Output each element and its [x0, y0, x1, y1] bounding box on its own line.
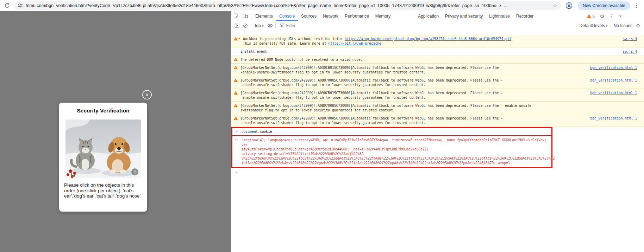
inspect-element-icon[interactable] [231, 12, 240, 21]
device-toolbar-icon[interactable] [240, 12, 250, 21]
console-result: <· 'region=141; language=en; currency=EU… [232, 136, 551, 167]
prompt-chevron-icon: > [235, 170, 237, 174]
security-verification-modal: Security Verification [59, 103, 147, 212]
command-chevron-icon: > [236, 129, 238, 134]
console-message: ! The deferred DOM Node could not be res… [231, 56, 644, 64]
tab-lighthouse[interactable]: Lighthouse [486, 11, 513, 21]
warning-triangle-icon: ! [234, 91, 238, 95]
svg-text:!: ! [235, 58, 236, 61]
bookmark-star-icon[interactable]: ☆ [553, 2, 557, 9]
chevron-down-icon: ▾ [606, 24, 608, 28]
warning-triangle-icon: ! [234, 37, 238, 40]
divider [611, 23, 611, 28]
captcha-instruction: Please click on the objects in this orde… [64, 182, 142, 199]
expand-arrow-icon[interactable]: ▶ [239, 37, 240, 41]
clear-console-icon[interactable] [241, 21, 250, 30]
tab-network[interactable]: Network [320, 11, 342, 21]
warnings-badge[interactable]: ! 6 [587, 14, 595, 18]
tab-recorder[interactable]: Recorder [513, 11, 537, 21]
captcha-refresh-button[interactable] [131, 168, 138, 175]
console-settings-gear-icon[interactable]: ⚙ [634, 23, 642, 28]
svg-text:!: ! [235, 79, 236, 82]
webpage-dimmed-overlay: × Security Verification [0, 11, 231, 252]
svg-text:!: ! [588, 15, 589, 18]
cookie-string-line: 'region=141; language=en; currency=EUR; … [242, 138, 549, 147]
source-link[interactable]: sw.js:4 [623, 49, 637, 54]
tab-application[interactable]: Application [415, 11, 442, 21]
devtools-settings-gear-icon[interactable]: ⚙ [598, 13, 606, 19]
cookie-string-line: ifyAuthToken=Vp1LzczbJte8LpLathVjcA589ef… [242, 147, 549, 156]
devtools-tab-bar: Elements Console Sources Network Perform… [231, 11, 644, 21]
devtools-menu-icon[interactable]: ⋮ [607, 13, 615, 19]
console-message: ! [GroupMarkerNotSet(crbug.com/242999)!:… [231, 89, 644, 102]
chrome-update-button[interactable]: New Chrome available [578, 1, 630, 10]
console-message: ! [GroupMarkerNotSet(crbug.com/242999)!:… [231, 64, 644, 76]
browser-menu-icon[interactable]: ⋮ [634, 2, 639, 9]
warning-triangle-icon: ! [234, 66, 238, 69]
warning-triangle-icon: ! [234, 78, 238, 82]
divider [275, 23, 276, 28]
filter-input[interactable] [286, 23, 364, 28]
tab-performance[interactable]: Performance [342, 11, 372, 21]
modal-title: Security Verification [59, 103, 147, 114]
red-annotation-box: > document.cookie <· 'region=141; langua… [231, 127, 552, 168]
browser-window: temu.com/bgn_verification.html?verifyCod… [0, 0, 644, 252]
console-toolbar: top ▾ Default levels [231, 21, 644, 30]
svg-text:!: ! [235, 38, 236, 40]
cookie-string-line: tblAds%22%3A0%2C%22obAds%22%3A0%2C%22vgA… [242, 161, 549, 165]
result-return-icon: <· [235, 137, 239, 142]
devtools-close-icon[interactable]: × [617, 13, 624, 19]
console-input[interactable]: > [231, 169, 644, 176]
close-icon: × [145, 92, 149, 98]
reload-icon[interactable] [3, 1, 11, 10]
profile-icon[interactable] [565, 2, 573, 9]
warnings-count: 6 [593, 14, 595, 18]
source-link[interactable]: bgn_verification.html:1 [590, 65, 637, 70]
console-command: > document.cookie [232, 128, 551, 136]
issues-status[interactable]: No Issues [614, 23, 632, 28]
tab-memory[interactable]: Memory [372, 11, 394, 21]
svg-text:!: ! [235, 104, 236, 107]
console-message: ! [GroupMarkerNotSet(crbug.com/242999)!:… [231, 76, 644, 89]
svg-text:!: ! [235, 117, 236, 120]
warning-triangle-icon: ! [587, 14, 591, 18]
source-link[interactable]: sw.js:4 [623, 37, 637, 41]
svg-text:!: ! [235, 92, 236, 95]
source-link[interactable]: bgn_verification.html:1 [590, 116, 637, 121]
site-settings-tune-icon[interactable] [18, 3, 23, 8]
source-link[interactable]: bgn_verification.html:1 [590, 91, 637, 95]
filter-funnel-icon [280, 23, 284, 28]
warning-triangle-icon: ! [234, 58, 238, 61]
source-link[interactable]: bgn_verification.html:1 [590, 78, 637, 83]
captcha-image[interactable] [65, 119, 141, 178]
url-bar[interactable]: temu.com/bgn_verification.html?verifyCod… [14, 1, 561, 10]
chevron-down-icon: ▾ [262, 24, 264, 28]
console-sidebar-icon[interactable] [233, 21, 241, 30]
live-expression-eye-icon[interactable] [266, 21, 274, 30]
context-selector[interactable]: top ▾ [255, 23, 264, 28]
filter-box [280, 23, 364, 28]
console-log: ! ▶ Workbox is precaching URLs without r… [231, 30, 644, 176]
console-message: install event sw.js:4 [231, 47, 644, 56]
tab-elements[interactable]: Elements [252, 11, 276, 21]
tab-privacy-and-security[interactable]: Privacy and security [442, 11, 486, 21]
divider [251, 23, 251, 28]
divider [251, 13, 251, 19]
warning-triangle-icon: ! [234, 104, 238, 107]
tab-sources[interactable]: Sources [298, 11, 320, 21]
console-message: ! ▶ Workbox is precaching URLs without r… [231, 35, 644, 47]
warning-triangle-icon: ! [234, 116, 238, 120]
cat-and-dog-snow-image [65, 119, 141, 178]
message-link[interactable]: https://bit.ly/wb-precache [329, 41, 381, 45]
refresh-icon [133, 170, 137, 174]
log-levels-selector[interactable]: Default levels ▾ [580, 23, 608, 28]
cookie-string-line: 0%2C%22fbsAnlys%22%3A0%2C%22fbEvt%22%3A0… [242, 156, 549, 161]
browser-toolbar: temu.com/bgn_verification.html?verifyCod… [0, 0, 644, 11]
modal-close-button[interactable]: × [142, 90, 152, 99]
tab-console[interactable]: Console [276, 11, 298, 21]
svg-text:!: ! [235, 66, 236, 69]
message-link[interactable]: https://aimg.kwcdn.com/upload_aimg/bg-im… [345, 37, 512, 41]
devtools-panel: Elements Console Sources Network Perform… [231, 11, 644, 252]
console-message: ! [GroupMarkerNotSet(crbug.com/242999)!:… [231, 102, 644, 114]
url-text[interactable]: temu.com/bgn_verification.html?verifyCod… [26, 3, 550, 8]
